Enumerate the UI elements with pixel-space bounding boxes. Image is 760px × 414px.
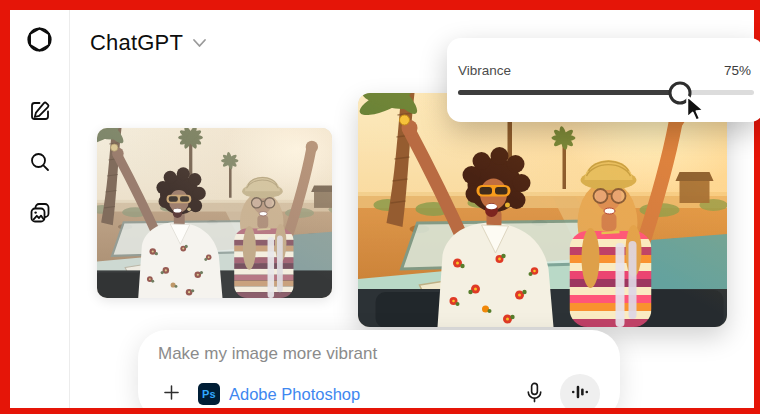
vibrance-value: 75%: [724, 63, 751, 78]
model-switcher[interactable]: ChatGPT: [90, 30, 207, 56]
voice-waveform-icon: [569, 381, 591, 407]
library-button[interactable]: [26, 201, 54, 229]
chevron-down-icon: [192, 34, 207, 52]
vibrance-slider-thumb[interactable]: [669, 81, 692, 104]
images-library-icon: [28, 201, 52, 229]
search-button[interactable]: [26, 150, 54, 178]
composer: Make my image more vibrant Ps Adobe Phot…: [138, 330, 620, 414]
sidebar: [10, 10, 70, 408]
message-input[interactable]: Make my image more vibrant: [158, 344, 600, 364]
microphone-icon: [523, 381, 546, 408]
photoshop-tool-chip[interactable]: Ps Adobe Photoshop: [198, 383, 360, 405]
openai-logo-button[interactable]: [26, 27, 54, 55]
compose-icon: [28, 99, 52, 127]
plus-icon: [161, 382, 182, 407]
attach-button[interactable]: [158, 381, 184, 407]
photoshop-icon: Ps: [198, 383, 220, 405]
new-chat-button[interactable]: [26, 99, 54, 127]
page-title: ChatGPT: [90, 30, 183, 56]
vibrance-slider-track[interactable]: [458, 90, 754, 95]
vibrance-label: Vibrance: [458, 63, 511, 78]
photo-edited-vibrant[interactable]: [358, 93, 727, 327]
openai-logo-icon: [26, 26, 53, 57]
voice-mode-button[interactable]: [560, 374, 600, 414]
dictate-button[interactable]: [519, 379, 549, 409]
photoshop-tool-label: Adobe Photoshop: [229, 385, 360, 404]
search-icon: [28, 150, 52, 178]
photo-original-thumbnail[interactable]: [97, 128, 332, 298]
vibrance-slider-fill: [458, 90, 680, 95]
vibrance-panel: Vibrance 75%: [447, 38, 760, 122]
